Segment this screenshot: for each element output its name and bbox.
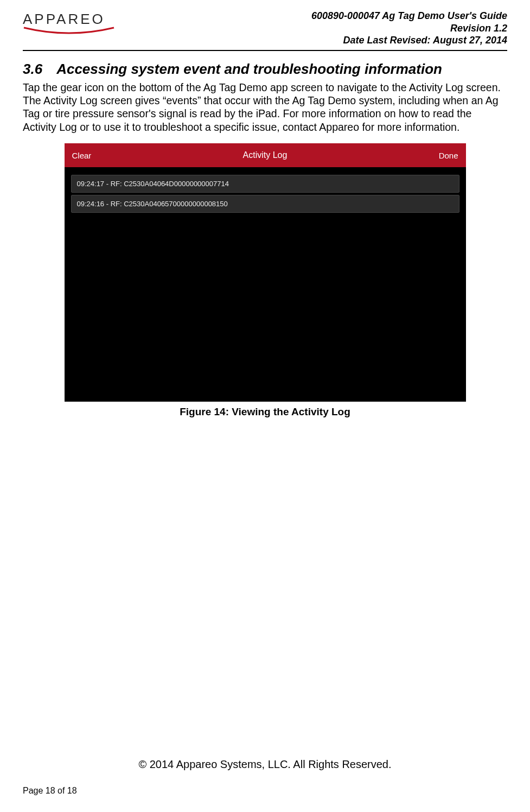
figure-caption: Figure 14: Viewing the Activity Log bbox=[180, 406, 350, 418]
logo: APPAREO bbox=[23, 11, 115, 34]
section-paragraph: Tap the gear icon on the bottom of the A… bbox=[23, 81, 507, 134]
app-title: Activity Log bbox=[91, 150, 438, 160]
clear-button[interactable]: Clear bbox=[72, 151, 92, 160]
page-container: APPAREO 600890-000047 Ag Tag Demo User's… bbox=[0, 0, 530, 812]
figure-wrap: Clear Activity Log Done 09:24:17 - RF: C… bbox=[23, 143, 507, 418]
logo-text: APPAREO bbox=[23, 11, 105, 28]
log-row: 09:24:17 - RF: C2530A04064D0000000000771… bbox=[71, 175, 459, 193]
log-row: 09:24:16 - RF: C2530A0406570000000000815… bbox=[71, 195, 459, 213]
page-footer: © 2014 Appareo Systems, LLC. All Rights … bbox=[23, 758, 507, 796]
section-title: Accessing system event and troubleshooti… bbox=[56, 61, 442, 77]
doc-meta: 600890-000047 Ag Tag Demo User's Guide R… bbox=[311, 10, 507, 47]
doc-revision: Revision 1.2 bbox=[311, 22, 507, 35]
app-nav-bar: Clear Activity Log Done bbox=[65, 143, 466, 167]
done-button[interactable]: Done bbox=[439, 151, 458, 160]
doc-title: 600890-000047 Ag Tag Demo User's Guide bbox=[311, 10, 507, 22]
activity-log-body: 09:24:17 - RF: C2530A04064D0000000000771… bbox=[65, 167, 466, 401]
copyright: © 2014 Appareo Systems, LLC. All Rights … bbox=[23, 758, 507, 771]
doc-date: Date Last Revised: August 27, 2014 bbox=[311, 34, 507, 47]
logo-arc-icon bbox=[23, 27, 115, 34]
page-number: Page 18 of 18 bbox=[23, 786, 507, 796]
section-number: 3.6 bbox=[23, 61, 42, 77]
app-screenshot: Clear Activity Log Done 09:24:17 - RF: C… bbox=[65, 143, 466, 402]
page-header: APPAREO 600890-000047 Ag Tag Demo User's… bbox=[23, 10, 507, 51]
section-heading: 3.6Accessing system event and troublesho… bbox=[23, 61, 507, 78]
